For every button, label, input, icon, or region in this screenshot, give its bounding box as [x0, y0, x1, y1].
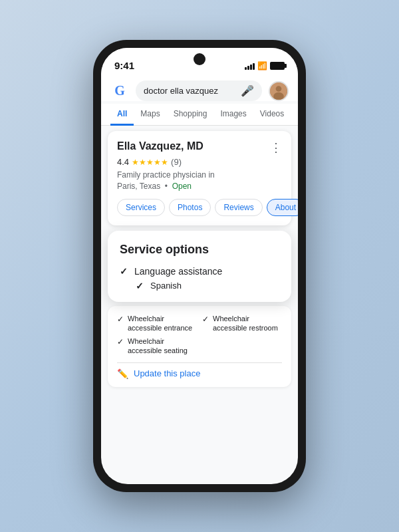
divider	[117, 362, 282, 363]
svg-point-2	[273, 92, 284, 100]
popup-title: Service options	[120, 243, 279, 257]
tab-reviews[interactable]: Reviews	[215, 199, 262, 216]
camera	[194, 53, 205, 65]
status-icons: 📶	[245, 61, 285, 70]
mic-icon[interactable]: 🎤	[241, 84, 254, 97]
doctor-card: Ella Vazquez, MD ⋮ 4.4 ★★★★★ (9) Family …	[108, 131, 291, 225]
accessibility-grid: ✓ Wheelchair accessible entrance ✓ Wheel…	[117, 314, 282, 356]
check-restroom-icon: ✓	[202, 315, 209, 324]
open-status: Open	[172, 182, 192, 191]
access-restroom: ✓ Wheelchair accessible restroom	[202, 314, 282, 333]
check-language-icon: ✓	[120, 266, 128, 277]
update-place-row[interactable]: ✏️ Update this place	[117, 368, 282, 379]
more-options-icon[interactable]: ⋮	[270, 140, 282, 155]
phone-frame: 9:41 📶 G doctor ella vazquez 🎤	[93, 40, 306, 492]
tab-images[interactable]: Images	[213, 104, 253, 126]
search-bar-area: G doctor ella vazquez 🎤	[101, 75, 298, 101]
accessibility-section: ✓ Wheelchair accessible entrance ✓ Wheel…	[108, 306, 291, 387]
rating-number: 4.4	[117, 157, 129, 167]
search-tabs: All Maps Shopping Images Videos	[101, 104, 298, 126]
battery-icon	[270, 62, 285, 70]
access-seating: ✓ Wheelchair accessible seating	[117, 336, 197, 356]
pencil-icon: ✏️	[117, 368, 128, 379]
status-bar: 9:41 📶	[101, 48, 298, 75]
doctor-name: Ella Vazquez, MD	[117, 140, 203, 152]
spanish-label: Spanish	[150, 281, 182, 291]
check-entrance-icon: ✓	[117, 315, 124, 324]
doctor-header: Ella Vazquez, MD ⋮	[117, 140, 282, 155]
phone-screen: 9:41 📶 G doctor ella vazquez 🎤	[101, 48, 298, 484]
entrance-label: Wheelchair accessible entrance	[128, 314, 197, 333]
service-options-popup: Service options ✓ Language assistance ✓ …	[108, 231, 291, 302]
rating-row: 4.4 ★★★★★ (9)	[117, 157, 282, 167]
action-tabs: Services Photos Reviews About	[117, 199, 282, 216]
language-assistance-item: ✓ Language assistance	[120, 266, 279, 277]
tab-services[interactable]: Services	[117, 199, 165, 216]
search-text: doctor ella vazquez	[144, 86, 235, 96]
seating-label: Wheelchair accessible seating	[128, 336, 197, 356]
wifi-icon: 📶	[257, 61, 267, 70]
check-seating-icon: ✓	[117, 337, 124, 346]
doctor-location: Paris, Texas	[117, 182, 160, 191]
tab-videos[interactable]: Videos	[253, 104, 291, 126]
doctor-info: Family practice physician in Paris, Texa…	[117, 170, 282, 192]
restroom-label: Wheelchair accessible restroom	[213, 314, 282, 333]
google-logo: G	[110, 82, 129, 100]
doctor-specialty: Family practice physician in	[117, 170, 215, 180]
time: 9:41	[114, 60, 134, 71]
check-spanish-icon: ✓	[136, 281, 144, 291]
access-entrance: ✓ Wheelchair accessible entrance	[117, 314, 197, 333]
search-input-container[interactable]: doctor ella vazquez 🎤	[136, 80, 262, 101]
avatar[interactable]	[269, 81, 289, 101]
signal-icon	[245, 62, 255, 70]
tab-all[interactable]: All	[110, 104, 134, 126]
review-count: (9)	[171, 157, 182, 167]
svg-point-1	[276, 86, 282, 92]
language-assistance-label: Language assistance	[134, 266, 222, 277]
tab-maps[interactable]: Maps	[134, 104, 166, 126]
tab-about[interactable]: About	[267, 199, 298, 216]
tab-shopping[interactable]: Shopping	[167, 104, 214, 126]
stars: ★★★★★	[132, 158, 168, 167]
tab-photos[interactable]: Photos	[169, 199, 211, 216]
update-place-label: Update this place	[134, 368, 200, 378]
spanish-item: ✓ Spanish	[136, 281, 279, 291]
